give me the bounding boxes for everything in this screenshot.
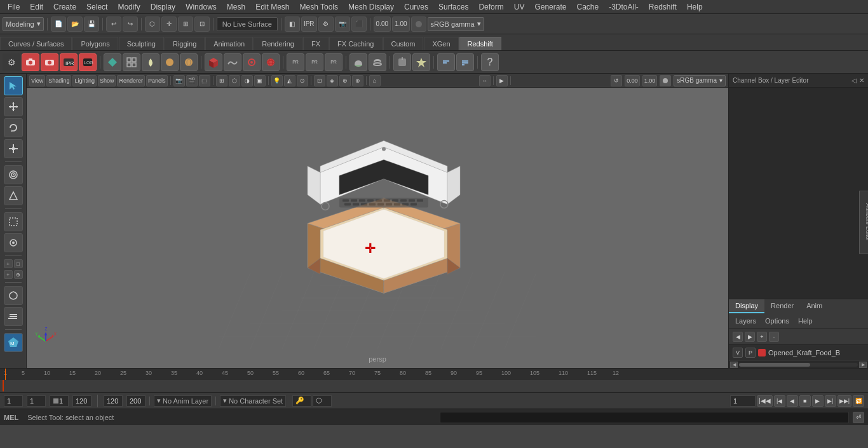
play-stop[interactable]: ■ [799,395,811,407]
layer-tab-anim[interactable]: Anim [800,299,829,313]
shelf-circle-icon[interactable] [243,53,261,71]
snap-small2[interactable]: □ [14,259,23,268]
layer-prev-btn[interactable]: ◀ [733,332,743,342]
isolate-small1[interactable]: + [4,270,13,279]
snap-small1[interactable]: + [4,259,13,268]
layer-visibility-p[interactable]: P [745,348,756,358]
vp-menu-shading[interactable]: Shading [46,75,71,86]
timeline-current-frame[interactable] [5,369,6,380]
new-scene-btn[interactable]: 📄 [51,17,66,32]
vp-hide-btn[interactable]: ◈ [327,75,338,86]
shelf-script1[interactable] [437,53,455,71]
shelf-sphere-flat[interactable] [161,53,179,71]
scroll-left-btn[interactable]: ◀ [730,362,738,368]
vp-cam1[interactable]: 📷 [173,75,185,86]
vp-gamma-dropdown[interactable]: sRGB gamma ▾ [674,75,726,86]
vp-hud-btn[interactable]: ⌂ [369,75,381,86]
layer-add-btn[interactable]: + [757,332,767,342]
sub-field3[interactable]: 1 [50,395,69,407]
vp-rotate-btn[interactable]: ↺ [611,75,622,86]
panel-close-btn[interactable]: ✕ [859,77,864,84]
play-loop[interactable]: 🔁 [853,395,864,407]
soft-select-btn[interactable] [4,165,23,184]
vp-menu-lighting[interactable]: Lighting [72,75,97,86]
menu-select[interactable]: Select [81,1,112,13]
no-anim-layer-dropdown[interactable]: ▾ No Anim Layer [154,395,212,407]
tab-xgen[interactable]: XGen [424,37,458,50]
vp-grid-btn[interactable]: ⊞ [216,75,227,86]
attribute-editor-tab[interactable]: Attribute Editor [859,191,868,254]
undo-btn[interactable]: ↩ [106,17,121,32]
breakdownkey-btn[interactable]: ⬡ [313,395,332,407]
vp-lights-btn[interactable]: 💡 [271,75,283,86]
vp-texture-btn[interactable]: ▣ [254,75,266,86]
frame-start-field[interactable]: 1 [4,395,23,407]
vp-menu-panels[interactable]: Panels [146,75,168,86]
layer-color-swatch[interactable] [758,349,766,356]
layer-remove-btn[interactable]: - [769,332,779,342]
shelf-script2[interactable] [456,53,474,71]
lasso-select-btn[interactable] [4,212,23,231]
tab-fx-caching[interactable]: FX Caching [329,37,382,50]
playback-end-field[interactable]: 120 [104,395,123,407]
layer-tab-render[interactable]: Render [764,299,800,313]
key-btn[interactable]: 🔑 [292,395,311,407]
layer-tab-display[interactable]: Display [729,299,764,313]
shelf-btn-gear[interactable]: ⚙ [3,53,20,71]
viewport[interactable]: View Shading Lighting Show Renderer Pane… [27,74,728,368]
mel-input-field[interactable] [440,412,849,423]
menu-edit-mesh[interactable]: Edit Mesh [250,1,294,13]
vp-cam2[interactable]: 🎬 [186,75,198,86]
menu-mesh-tools[interactable]: Mesh Tools [295,1,343,13]
maya-logo-btn[interactable]: M [4,333,23,352]
shelf-teardrop[interactable] [142,53,159,71]
vp-isolate-btn[interactable]: ⊡ [314,75,325,86]
shelf-grid[interactable] [123,53,140,71]
show-manipulator-btn[interactable] [4,186,23,205]
rs-log-btn[interactable]: LOG [79,53,97,71]
shelf-cube-red[interactable] [205,53,222,71]
rotate-tool-btn[interactable] [4,118,23,137]
shelf-sphere3d-icon[interactable] [262,53,280,71]
viewport-canvas[interactable]: ✛ X Y Z persp [27,88,728,368]
frame-current-field[interactable]: 1 [27,395,46,407]
scroll-track[interactable] [739,363,858,367]
tab-curves-surfaces[interactable]: Curves / Surfaces [0,37,72,50]
gamma-dropdown[interactable]: sRGB gamma ▾ [428,17,484,31]
mel-execute-btn[interactable]: ⏎ [853,412,864,423]
vp-cam3[interactable]: ⬚ [199,75,210,86]
shelf-diamond[interactable] [104,53,121,71]
color-space-btn[interactable] [411,17,426,32]
scale-tool-btn[interactable] [4,139,23,158]
menu-modify[interactable]: Modify [112,1,145,13]
vp-menu-renderer[interactable]: Renderer [117,75,145,86]
tab-custom[interactable]: Custom [383,37,424,50]
render-settings-btn[interactable]: ⚙ [318,17,334,32]
rs-cam-btn[interactable] [22,53,39,71]
frame-end-field[interactable]: 120 [72,395,92,407]
tab-redshift[interactable]: Redshift [459,37,501,50]
silhouette-btn[interactable] [4,286,23,305]
snap-btn[interactable]: ⊞ [178,17,193,32]
layer-visibility-v[interactable]: V [733,348,743,358]
vp-ao-btn[interactable]: ⊙ [297,75,308,86]
mode-dropdown[interactable]: Modeling ▾ [3,17,44,31]
menu-cache[interactable]: Cache [571,1,604,13]
snap2-btn[interactable]: ⊡ [194,17,210,32]
tab-rendering[interactable]: Rendering [254,37,302,50]
select-btn[interactable]: ⬡ [145,17,160,32]
shelf-pr1[interactable]: PR [287,53,304,71]
rs-ipr-btn[interactable]: IPR [60,53,78,71]
tab-rigging[interactable]: Rigging [165,37,205,50]
shelf-light2[interactable] [412,53,430,71]
open-scene-btn[interactable]: 📂 [67,17,83,32]
timeline-ruler[interactable]: 1 5 10 15 20 25 30 35 40 45 50 55 60 65 … [0,369,868,380]
panel-collapse-btn[interactable]: ◁ [851,77,857,84]
menu-create[interactable]: Create [48,1,81,13]
isolate-small2[interactable]: ⊕ [14,270,23,279]
menu-surfaces[interactable]: Surfaces [433,1,473,13]
play-prev[interactable]: ◀ [787,395,798,407]
menu-edit[interactable]: Edit [25,1,48,13]
menu-mesh[interactable]: Mesh [222,1,250,13]
redo-btn[interactable]: ↪ [123,17,138,32]
